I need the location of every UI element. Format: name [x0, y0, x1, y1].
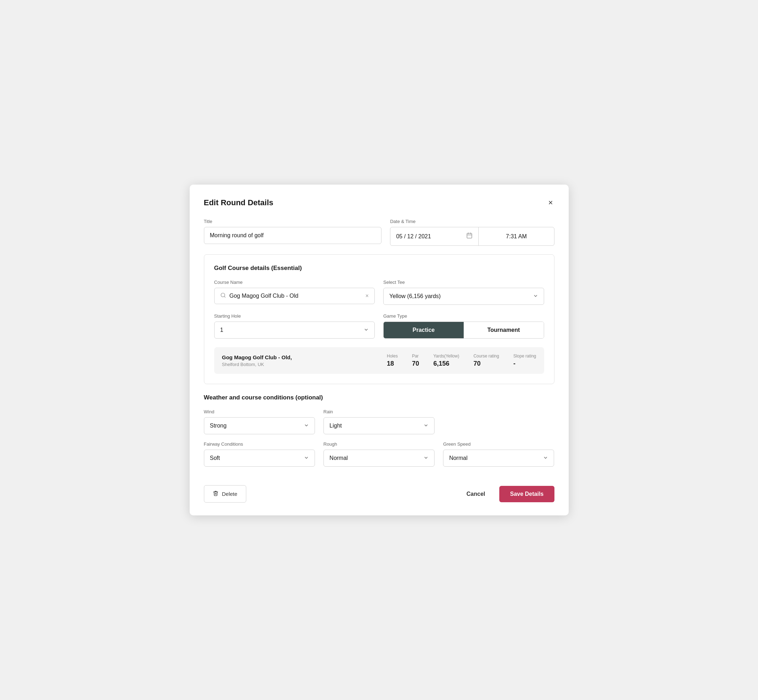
course-holes-stat: Holes 18	[387, 353, 398, 367]
par-label: Par	[412, 353, 419, 359]
holes-label: Holes	[387, 353, 398, 359]
hole-gametype-row: Starting Hole 1 Game Type Practice Tourn…	[214, 313, 544, 339]
starting-hole-group: Starting Hole 1	[214, 313, 375, 339]
date-time-container: 05 / 12 / 2021 7:31 AM	[390, 227, 554, 246]
title-label: Title	[204, 219, 382, 224]
course-tee-row: Course Name × Select Tee Yellow (6,	[214, 280, 544, 305]
time-field[interactable]: 7:31 AM	[479, 227, 554, 245]
wind-label: Wind	[204, 409, 315, 414]
title-group: Title	[204, 219, 382, 246]
green-speed-dropdown[interactable]: Normal	[443, 450, 554, 467]
slope-rating-stat: Slope rating -	[513, 353, 536, 367]
golf-course-section-title: Golf Course details (Essential)	[214, 265, 544, 272]
rain-value: Light	[329, 423, 342, 429]
select-tee-label: Select Tee	[383, 280, 544, 285]
course-info-name: Gog Magog Golf Club - Old, Shelford Bott…	[222, 354, 373, 367]
rain-group: Rain Light	[324, 409, 434, 434]
svg-rect-0	[467, 233, 472, 238]
green-speed-value: Normal	[449, 455, 468, 461]
starting-hole-label: Starting Hole	[214, 313, 375, 319]
cancel-button[interactable]: Cancel	[461, 486, 491, 502]
footer-right: Cancel Save Details	[461, 486, 554, 502]
title-input[interactable]	[204, 227, 382, 244]
weather-section: Weather and course conditions (optional)…	[204, 394, 554, 467]
course-name-wrapper[interactable]: ×	[214, 288, 375, 304]
datetime-group: Date & Time 05 / 12 / 2021 7:31 AM	[390, 219, 554, 246]
chevron-down-icon	[423, 455, 429, 461]
date-value: 05 / 12 / 2021	[396, 233, 431, 240]
svg-line-5	[224, 296, 225, 297]
wind-group: Wind Strong	[204, 409, 315, 434]
modal-title: Edit Round Details	[204, 198, 274, 207]
green-speed-group: Green Speed Normal	[443, 441, 554, 467]
edit-round-modal: Edit Round Details × Title Date & Time 0…	[190, 184, 568, 516]
select-tee-dropdown[interactable]: Yellow (6,156 yards)	[383, 288, 544, 305]
slope-rating-value: -	[513, 360, 515, 367]
game-type-label: Game Type	[383, 313, 544, 319]
starting-hole-value: 1	[220, 327, 224, 333]
chevron-down-icon	[304, 455, 309, 461]
date-field[interactable]: 05 / 12 / 2021	[390, 227, 479, 245]
course-rating-label: Course rating	[473, 353, 499, 359]
modal-header: Edit Round Details ×	[204, 197, 554, 208]
fairway-label: Fairway Conditions	[204, 441, 315, 447]
fairway-rough-green-row: Fairway Conditions Soft Rough Normal	[204, 441, 554, 467]
tournament-toggle-button[interactable]: Tournament	[464, 322, 544, 338]
rough-value: Normal	[329, 455, 348, 461]
course-name-label: Course Name	[214, 280, 375, 285]
course-rating-stat: Course rating 70	[473, 353, 499, 367]
select-tee-value: Yellow (6,156 yards)	[389, 293, 440, 300]
course-par-stat: Par 70	[412, 353, 419, 367]
slope-rating-label: Slope rating	[513, 353, 536, 359]
select-tee-group: Select Tee Yellow (6,156 yards)	[383, 280, 544, 305]
rain-dropdown[interactable]: Light	[324, 417, 434, 434]
wind-value: Strong	[210, 423, 227, 429]
chevron-down-icon	[423, 423, 429, 429]
clear-icon[interactable]: ×	[365, 293, 369, 299]
time-value: 7:31 AM	[506, 233, 527, 240]
wind-rain-row: Wind Strong Rain Light	[204, 409, 554, 434]
chevron-down-icon	[364, 327, 369, 333]
search-icon	[220, 292, 226, 300]
wind-dropdown[interactable]: Strong	[204, 417, 315, 434]
course-info-location: Shelford Bottom, UK	[222, 362, 373, 367]
weather-section-title: Weather and course conditions (optional)	[204, 394, 554, 401]
golf-course-section: Golf Course details (Essential) Course N…	[204, 254, 554, 384]
course-name-group: Course Name ×	[214, 280, 375, 305]
course-info-row: Gog Magog Golf Club - Old, Shelford Bott…	[214, 347, 544, 374]
holes-value: 18	[387, 360, 394, 367]
green-speed-label: Green Speed	[443, 441, 554, 447]
course-name-input[interactable]	[230, 293, 365, 299]
fairway-group: Fairway Conditions Soft	[204, 441, 315, 467]
delete-button[interactable]: Delete	[204, 485, 246, 503]
modal-footer: Delete Cancel Save Details	[204, 478, 554, 503]
rain-spacer	[443, 409, 554, 434]
practice-toggle-button[interactable]: Practice	[384, 322, 464, 338]
chevron-down-icon	[304, 423, 309, 429]
yards-label: Yards(Yellow)	[434, 353, 459, 359]
chevron-down-icon	[533, 294, 538, 300]
course-rating-value: 70	[473, 360, 481, 367]
save-details-button[interactable]: Save Details	[499, 486, 554, 502]
delete-label: Delete	[222, 491, 237, 497]
rough-dropdown[interactable]: Normal	[324, 450, 434, 467]
trash-icon	[213, 491, 219, 497]
yards-value: 6,156	[434, 360, 449, 367]
datetime-label: Date & Time	[390, 219, 554, 224]
course-info-name-main: Gog Magog Golf Club - Old,	[222, 354, 373, 360]
rough-group: Rough Normal	[324, 441, 434, 467]
close-button[interactable]: ×	[547, 197, 554, 208]
fairway-dropdown[interactable]: Soft	[204, 450, 315, 467]
starting-hole-dropdown[interactable]: 1	[214, 322, 375, 339]
par-value: 70	[412, 360, 419, 367]
rough-label: Rough	[324, 441, 434, 447]
title-datetime-row: Title Date & Time 05 / 12 / 2021	[204, 219, 554, 246]
chevron-down-icon	[543, 455, 548, 461]
game-type-toggle: Practice Tournament	[383, 322, 544, 339]
game-type-group: Game Type Practice Tournament	[383, 313, 544, 339]
rain-label: Rain	[324, 409, 434, 414]
fairway-value: Soft	[210, 455, 220, 461]
calendar-icon	[466, 232, 473, 241]
course-yards-stat: Yards(Yellow) 6,156	[434, 353, 459, 367]
